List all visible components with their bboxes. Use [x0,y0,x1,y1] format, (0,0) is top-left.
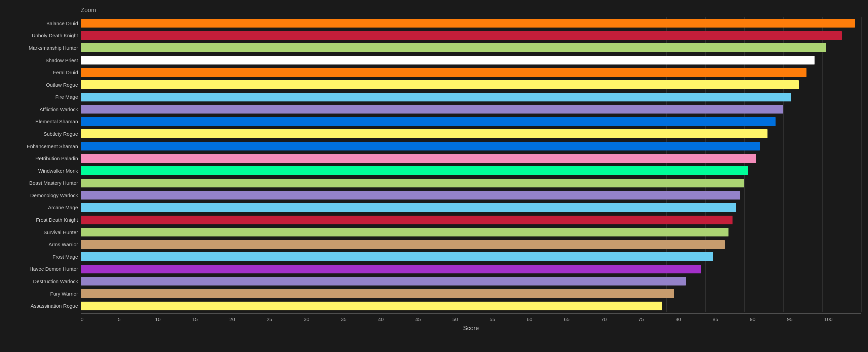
y-label: Subtlety Rogue [7,131,78,136]
y-label: Beast Mastery Hunter [7,180,78,185]
bar-row [81,153,861,164]
x-tick: 0 [81,316,118,322]
x-axis: 0510152025303540455055606570758085909510… [81,313,861,322]
y-label: Enhancement Shaman [7,144,78,149]
y-label: Frost Death Knight [7,217,78,222]
x-tick: 45 [415,316,453,322]
y-label: Balance Druid [7,21,78,26]
x-tick: 15 [192,316,229,322]
y-label: Havoc Demon Hunter [7,266,78,271]
bar [81,142,760,150]
x-tick: 10 [155,316,192,322]
bar [81,191,740,200]
bar-row [81,214,861,226]
bar-row [81,103,861,115]
y-label: Feral Druid [7,70,78,75]
bars-area [81,17,861,312]
chart-container: Zoom Balance DruidUnholy Death KnightMar… [0,0,868,352]
bar [81,19,855,28]
x-tick: 20 [229,316,267,322]
bar [81,179,744,187]
y-label: Affliction Warlock [7,107,78,112]
bar [81,117,776,126]
bar-row [81,177,861,189]
bar [81,228,728,237]
bar-row [81,300,861,312]
bar [81,302,662,310]
bar-row [81,116,861,127]
bar-row [81,251,861,262]
bar-row [81,79,861,90]
y-label: Marksmanship Hunter [7,45,78,50]
x-axis-label: Score [81,325,861,332]
x-tick: 100 [824,316,862,322]
y-label: Windwalker Monk [7,168,78,173]
y-label: Retribution Paladin [7,156,78,161]
bar-row [81,67,861,78]
y-labels: Balance DruidUnholy Death KnightMarksman… [7,17,81,312]
bar-row [81,263,861,275]
x-tick: 85 [713,316,750,322]
y-label: Unholy Death Knight [7,33,78,38]
bar-row [81,189,861,201]
bar [81,105,783,113]
y-label: Arcane Mage [7,205,78,210]
bar-row [81,17,861,29]
bar-row [81,30,861,41]
bar [81,68,806,77]
bar [81,129,768,138]
bar-row [81,288,861,299]
bar-row [81,226,861,238]
y-label: Destruction Warlock [7,279,78,284]
x-tick: 95 [787,316,824,322]
bar-row [81,55,861,66]
bar-row [81,239,861,250]
y-label: Frost Mage [7,254,78,259]
bar [81,252,713,261]
y-label: Survival Hunter [7,230,78,235]
bar [81,31,842,40]
y-label: Elemental Shaman [7,119,78,124]
bar [81,56,814,65]
bar-row [81,275,861,287]
bar-row [81,202,861,213]
x-tick: 90 [750,316,787,322]
bar [81,93,791,101]
y-label: Outlaw Rogue [7,82,78,87]
bar [81,154,756,163]
x-tick: 50 [453,316,490,322]
zoom-label: Zoom [81,7,861,14]
y-label: Demonology Warlock [7,193,78,198]
x-tick: 60 [527,316,564,322]
bar [81,166,748,175]
x-tick: 30 [304,316,341,322]
y-label: Fire Mage [7,94,78,99]
x-tick: 35 [341,316,378,322]
bar-row [81,42,861,54]
x-tick: 75 [639,316,676,322]
bar [81,240,725,249]
x-tick: 5 [118,316,155,322]
x-tick: 70 [601,316,639,322]
bar [81,203,736,212]
bar [81,216,733,224]
x-tick: 80 [675,316,713,322]
y-label: Arms Warrior [7,242,78,247]
bar-row [81,140,861,152]
bar [81,80,799,89]
bar-row [81,165,861,176]
y-label: Fury Warrior [7,291,78,296]
grid-line [861,17,862,312]
x-tick: 55 [490,316,527,322]
bar [81,277,686,285]
bar-row [81,128,861,139]
y-label: Shadow Priest [7,58,78,63]
y-label: Assassination Rogue [7,303,78,308]
bar [81,43,826,52]
x-tick: 25 [267,316,304,322]
bar [81,289,674,298]
x-tick: 65 [564,316,601,322]
chart-body: Balance DruidUnholy Death KnightMarksman… [7,17,861,312]
bar-row [81,91,861,103]
x-tick: 40 [378,316,415,322]
